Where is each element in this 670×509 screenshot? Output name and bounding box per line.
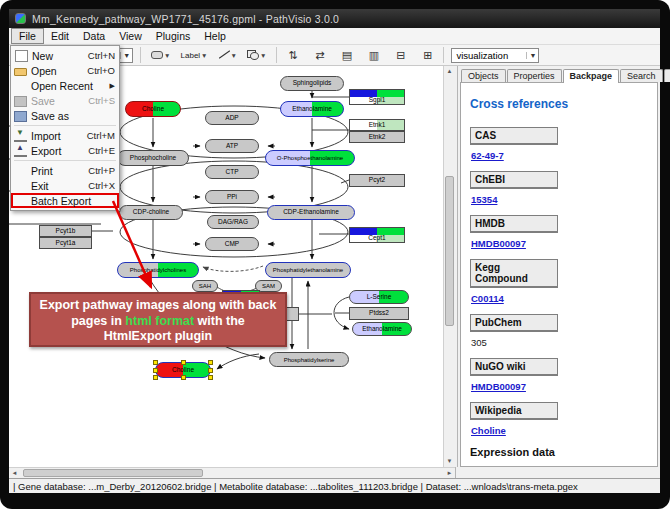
pathway-node-sgpl1[interactable]: Sgpl1 [349, 89, 405, 105]
title-bar[interactable]: Mm_Kennedy_pathway_WP1771_45176.gpml - P… [9, 9, 660, 28]
backpage-section-value[interactable]: HMDB00097 [471, 238, 657, 249]
toolbar-common-height-button[interactable]: ▤ [338, 47, 355, 64]
scrollbar-thumb[interactable] [445, 176, 454, 326]
scroll-up-icon[interactable]: ▲ [444, 66, 455, 77]
pathway-node-cdp-choline[interactable]: CDP-choline [119, 205, 183, 220]
crossref-link-c00114[interactable]: C00114 [471, 293, 504, 304]
crossref-link-hmdb00097[interactable]: HMDB00097 [471, 381, 526, 392]
menu-shortcut: Ctrl+E [88, 145, 115, 156]
label-tool-button[interactable]: Label ▼ [178, 47, 211, 64]
pathway-node-phosphatidylcholines[interactable]: Phosphatidylcholines [117, 262, 199, 278]
crossref-link-62-49-7[interactable]: 62-49-7 [471, 150, 504, 161]
backpage-section-value[interactable]: Choline [471, 425, 657, 436]
blank-icon [14, 179, 27, 192]
pathway-node-adp[interactable]: ADP [205, 111, 259, 125]
pathway-node-sphingolipids[interactable]: Sphingolipids [280, 76, 344, 91]
pathway-node-ctp[interactable]: CTP [205, 165, 259, 179]
selection-handle[interactable] [181, 375, 186, 380]
pathway-node-ethanolamine[interactable]: Ethanolamine [352, 322, 412, 336]
blank-icon [14, 194, 27, 207]
pathway-node-ethanolamine[interactable]: Ethanolamine [280, 101, 344, 117]
datanode-tool-button[interactable]: ▼ [148, 47, 173, 64]
tab-backpage[interactable]: Backpage [563, 69, 620, 83]
selection-handle[interactable] [153, 368, 158, 373]
crossref-link-15354[interactable]: 15354 [471, 194, 497, 205]
pathway-node-atp[interactable]: ATP [205, 139, 259, 153]
selection-handle[interactable] [153, 360, 158, 365]
backpage-section-cas: CAS62-49-7 [470, 127, 657, 161]
selection-handle[interactable] [208, 375, 213, 380]
pathway-node-phosphocholine[interactable]: Phosphocholine [117, 150, 189, 166]
backpage-section-value[interactable]: C00114 [471, 293, 657, 304]
backpage-section-value[interactable]: 62-49-7 [471, 150, 657, 161]
pathway-node-cmp[interactable]: CMP [205, 237, 259, 251]
menu-item-open[interactable]: OpenCtrl+O [11, 63, 119, 78]
toolbar-align-vertical-center-button[interactable]: ⇅ [284, 47, 301, 64]
backpage-section-value[interactable]: HMDB00097 [471, 381, 657, 392]
menu-item-save[interactable]: SaveCtrl+S [11, 93, 119, 108]
node-label: Ethanolamine [362, 326, 402, 333]
toolbar-separator [140, 47, 141, 63]
node-label: L-Serine [367, 294, 392, 301]
pathway-node-sah[interactable]: SAH [192, 280, 218, 292]
pathway-node-etnk2[interactable]: Etnk2 [349, 131, 405, 143]
menu-item-exit[interactable]: ExitCtrl+X [11, 178, 119, 193]
menu-item-import[interactable]: ImportCtrl+M [11, 128, 119, 143]
pathway-node-phosphatidylethanolamine[interactable]: Phosphatidylethanolamine [265, 262, 351, 278]
tab-search[interactable]: Search [620, 69, 663, 82]
crossref-link-hmdb00097[interactable]: HMDB00097 [471, 238, 526, 249]
canvas-horizontal-scrollbar[interactable]: ◄ ► [9, 467, 455, 478]
pathway-node-o-phosphoethanolamine[interactable]: O-Phosphoethanolamine [265, 150, 355, 166]
selection-handle[interactable] [181, 360, 186, 365]
pathway-node-phosphatidylserine[interactable]: Phosphatidylserine [269, 352, 349, 367]
crossref-link-choline[interactable]: Choline [471, 425, 506, 436]
pathway-node-ptdss2[interactable]: Ptdss2 [349, 307, 409, 320]
pathway-node-pcyt1b[interactable]: Pcyt1b [39, 225, 92, 237]
pathway-node-pcyt1a[interactable]: Pcyt1a [39, 237, 92, 249]
menubar-item-edit[interactable]: Edit [44, 28, 76, 44]
menu-item-open-recent[interactable]: Open Recent▶ [11, 78, 119, 93]
pathway-node-dag-rag[interactable]: DAG/RAG [207, 215, 259, 229]
scroll-left-icon[interactable]: ◄ [9, 468, 20, 479]
menubar-item-plugins[interactable]: Plugins [149, 28, 197, 44]
backpage-section-value: 305 [471, 337, 657, 348]
selection-handle[interactable] [208, 360, 213, 365]
menu-item-export[interactable]: ExportCtrl+E [11, 143, 119, 158]
pathway-node-pcyt2[interactable]: Pcyt2 [349, 174, 405, 187]
pathway-node-choline[interactable]: Choline [125, 101, 181, 117]
shape-tool-button[interactable]: ▼ [244, 47, 269, 64]
menubar-item-data[interactable]: Data [76, 28, 112, 44]
menu-item-save-as[interactable]: Save as [11, 108, 119, 123]
tab-properties[interactable]: Properties [507, 69, 562, 82]
visualization-combobox[interactable]: visualization ▼ [451, 48, 539, 63]
scrollbar-thumb[interactable] [23, 469, 203, 477]
canvas-vertical-scrollbar[interactable]: ▲ ▼ [443, 66, 454, 467]
pathway-node-cept1[interactable]: Cept1 [349, 227, 405, 243]
menu-item-batch-export[interactable]: Batch Export [11, 193, 119, 208]
stack-horizontal-icon: ⊞ [423, 50, 432, 61]
menu-shortcut: Ctrl+P [88, 165, 115, 176]
line-tool-button[interactable]: ▼ [215, 47, 240, 64]
tab-objects[interactable]: Objects [461, 69, 506, 82]
selection-handle[interactable] [153, 375, 158, 380]
menu-item-print[interactable]: PrintCtrl+P [11, 163, 119, 178]
menu-item-label: Export [31, 145, 61, 157]
menu-item-new[interactable]: NewCtrl+N [11, 48, 119, 63]
toolbar-stack-horizontal-button[interactable]: ⊞ [419, 47, 436, 64]
pathway-node-ppi[interactable]: PPi [205, 190, 259, 204]
pathway-node-etnk1[interactable]: Etnk1 [349, 119, 405, 131]
selection-handle[interactable] [208, 368, 213, 373]
toolbar-common-width-button[interactable]: ▥ [365, 47, 382, 64]
menubar-item-view[interactable]: View [112, 28, 149, 44]
toolbar-stack-vertical-button[interactable]: ⊟ [392, 47, 409, 64]
pathway-node-l-serine[interactable]: L-Serine [349, 290, 409, 304]
toolbar-align-horizontal-center-button[interactable]: ⇄ [311, 47, 328, 64]
backpage-section-value[interactable]: 15354 [471, 194, 657, 205]
scroll-down-icon[interactable]: ▼ [444, 456, 455, 467]
menubar-item-help[interactable]: Help [197, 28, 233, 44]
menubar-item-file[interactable]: File [11, 28, 44, 44]
pathway-node-cdp-ethanolamine[interactable]: CDP-Ethanolamine [267, 205, 355, 220]
scroll-right-icon[interactable]: ► [444, 468, 455, 479]
pathway-node-choline[interactable]: Choline [155, 362, 211, 378]
tab-legend[interactable]: Legend [664, 69, 670, 82]
